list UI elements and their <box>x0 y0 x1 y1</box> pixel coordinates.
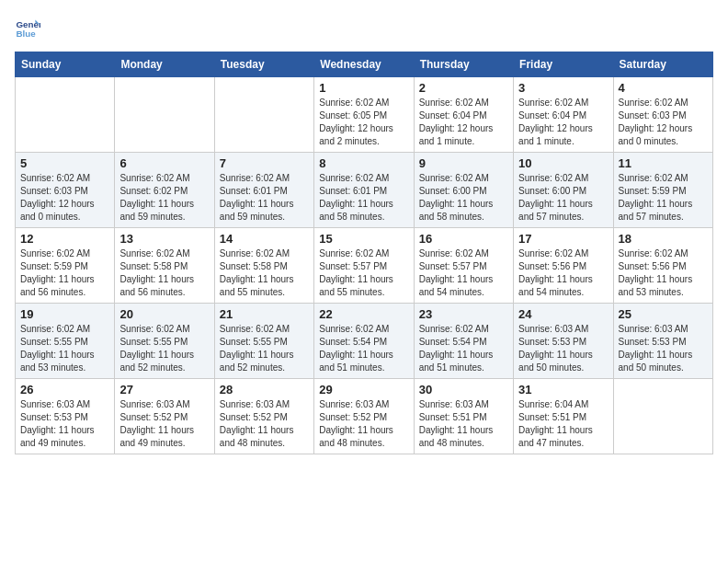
calendar-cell: 13Sunrise: 6:02 AM Sunset: 5:58 PM Dayli… <box>115 228 214 304</box>
calendar-week-row: 5Sunrise: 6:02 AM Sunset: 6:03 PM Daylig… <box>16 153 713 228</box>
calendar-week-row: 12Sunrise: 6:02 AM Sunset: 5:59 PM Dayli… <box>16 228 713 304</box>
weekday-header-monday: Monday <box>115 52 214 77</box>
day-info: Sunrise: 6:02 AM Sunset: 6:03 PM Dayligh… <box>619 97 708 148</box>
day-info: Sunrise: 6:02 AM Sunset: 6:01 PM Dayligh… <box>220 172 309 224</box>
calendar-cell: 30Sunrise: 6:03 AM Sunset: 5:51 PM Dayli… <box>414 379 513 454</box>
calendar-cell: 8Sunrise: 6:02 AM Sunset: 6:01 PM Daylig… <box>314 153 414 228</box>
day-info: Sunrise: 6:02 AM Sunset: 5:55 PM Dayligh… <box>119 323 209 374</box>
calendar-cell: 21Sunrise: 6:02 AM Sunset: 5:55 PM Dayli… <box>214 304 313 379</box>
day-number: 26 <box>20 383 109 396</box>
weekday-header-saturday: Saturday <box>613 52 712 77</box>
day-number: 29 <box>319 383 408 396</box>
calendar-cell: 12Sunrise: 6:02 AM Sunset: 5:59 PM Dayli… <box>16 228 115 304</box>
calendar-cell: 18Sunrise: 6:02 AM Sunset: 5:56 PM Dayli… <box>613 228 712 304</box>
day-number: 11 <box>619 156 708 170</box>
calendar-cell: 14Sunrise: 6:02 AM Sunset: 5:58 PM Dayli… <box>214 228 313 304</box>
day-number: 2 <box>419 81 508 95</box>
calendar-cell: 15Sunrise: 6:02 AM Sunset: 5:57 PM Dayli… <box>314 228 414 304</box>
day-number: 30 <box>419 383 508 396</box>
day-number: 9 <box>419 156 508 170</box>
logo-icon: General Blue <box>15 15 40 40</box>
day-info: Sunrise: 6:03 AM Sunset: 5:53 PM Dayligh… <box>20 398 109 450</box>
calendar-cell: 26Sunrise: 6:03 AM Sunset: 5:53 PM Dayli… <box>16 379 115 454</box>
day-info: Sunrise: 6:02 AM Sunset: 6:04 PM Dayligh… <box>518 97 608 148</box>
calendar-cell: 11Sunrise: 6:02 AM Sunset: 5:59 PM Dayli… <box>613 153 712 228</box>
day-number: 20 <box>119 307 209 321</box>
day-number: 4 <box>619 81 708 95</box>
calendar-cell: 22Sunrise: 6:02 AM Sunset: 5:54 PM Dayli… <box>314 304 414 379</box>
day-number: 13 <box>119 232 209 246</box>
calendar-cell <box>613 379 712 454</box>
calendar-cell: 4Sunrise: 6:02 AM Sunset: 6:03 PM Daylig… <box>613 77 712 153</box>
day-info: Sunrise: 6:02 AM Sunset: 5:56 PM Dayligh… <box>518 247 608 299</box>
day-info: Sunrise: 6:02 AM Sunset: 5:55 PM Dayligh… <box>20 323 109 374</box>
calendar-cell <box>16 77 115 153</box>
calendar-cell: 1Sunrise: 6:02 AM Sunset: 6:05 PM Daylig… <box>314 77 414 153</box>
weekday-header-friday: Friday <box>514 52 613 77</box>
calendar-cell: 2Sunrise: 6:02 AM Sunset: 6:04 PM Daylig… <box>414 77 513 153</box>
day-info: Sunrise: 6:03 AM Sunset: 5:52 PM Dayligh… <box>119 398 209 450</box>
day-number: 31 <box>518 383 608 396</box>
calendar-cell <box>115 77 214 153</box>
day-info: Sunrise: 6:02 AM Sunset: 5:55 PM Dayligh… <box>220 323 309 374</box>
calendar-cell: 24Sunrise: 6:03 AM Sunset: 5:53 PM Dayli… <box>514 304 613 379</box>
day-info: Sunrise: 6:04 AM Sunset: 5:51 PM Dayligh… <box>518 398 608 450</box>
day-number: 28 <box>220 383 309 396</box>
calendar-cell: 9Sunrise: 6:02 AM Sunset: 6:00 PM Daylig… <box>414 153 513 228</box>
calendar-header-row: SundayMondayTuesdayWednesdayThursdayFrid… <box>16 52 713 77</box>
calendar-cell: 7Sunrise: 6:02 AM Sunset: 6:01 PM Daylig… <box>214 153 313 228</box>
weekday-header-sunday: Sunday <box>16 52 115 77</box>
day-info: Sunrise: 6:02 AM Sunset: 6:00 PM Dayligh… <box>419 172 508 224</box>
calendar-cell: 16Sunrise: 6:02 AM Sunset: 5:57 PM Dayli… <box>414 228 513 304</box>
calendar-week-row: 1Sunrise: 6:02 AM Sunset: 6:05 PM Daylig… <box>16 77 713 153</box>
day-number: 12 <box>20 232 109 246</box>
calendar-body: 1Sunrise: 6:02 AM Sunset: 6:05 PM Daylig… <box>16 77 713 454</box>
day-info: Sunrise: 6:02 AM Sunset: 6:01 PM Dayligh… <box>319 172 408 224</box>
day-number: 5 <box>20 156 109 170</box>
calendar-cell: 31Sunrise: 6:04 AM Sunset: 5:51 PM Dayli… <box>514 379 613 454</box>
day-info: Sunrise: 6:02 AM Sunset: 6:05 PM Dayligh… <box>319 97 408 148</box>
day-number: 22 <box>319 307 408 321</box>
day-info: Sunrise: 6:02 AM Sunset: 5:58 PM Dayligh… <box>220 247 309 299</box>
calendar-cell: 23Sunrise: 6:02 AM Sunset: 5:54 PM Dayli… <box>414 304 513 379</box>
day-number: 17 <box>518 232 608 246</box>
day-info: Sunrise: 6:03 AM Sunset: 5:53 PM Dayligh… <box>518 323 608 374</box>
day-info: Sunrise: 6:02 AM Sunset: 5:54 PM Dayligh… <box>319 323 408 374</box>
svg-text:Blue: Blue <box>16 29 36 39</box>
day-number: 3 <box>518 81 608 95</box>
calendar-cell <box>214 77 313 153</box>
day-info: Sunrise: 6:03 AM Sunset: 5:53 PM Dayligh… <box>619 323 708 374</box>
calendar-cell: 29Sunrise: 6:03 AM Sunset: 5:52 PM Dayli… <box>314 379 414 454</box>
calendar-cell: 25Sunrise: 6:03 AM Sunset: 5:53 PM Dayli… <box>613 304 712 379</box>
day-info: Sunrise: 6:03 AM Sunset: 5:52 PM Dayligh… <box>319 398 408 450</box>
day-number: 24 <box>518 307 608 321</box>
day-number: 23 <box>419 307 508 321</box>
calendar-cell: 6Sunrise: 6:02 AM Sunset: 6:02 PM Daylig… <box>115 153 214 228</box>
day-number: 8 <box>319 156 408 170</box>
calendar-table: SundayMondayTuesdayWednesdayThursdayFrid… <box>15 52 713 454</box>
calendar-cell: 10Sunrise: 6:02 AM Sunset: 6:00 PM Dayli… <box>514 153 613 228</box>
day-number: 6 <box>119 156 209 170</box>
day-number: 25 <box>619 307 708 321</box>
day-info: Sunrise: 6:02 AM Sunset: 5:59 PM Dayligh… <box>619 172 708 224</box>
calendar-cell: 17Sunrise: 6:02 AM Sunset: 5:56 PM Dayli… <box>514 228 613 304</box>
day-info: Sunrise: 6:02 AM Sunset: 5:57 PM Dayligh… <box>419 247 508 299</box>
day-info: Sunrise: 6:02 AM Sunset: 6:00 PM Dayligh… <box>518 172 608 224</box>
calendar-week-row: 19Sunrise: 6:02 AM Sunset: 5:55 PM Dayli… <box>16 304 713 379</box>
weekday-header-wednesday: Wednesday <box>314 52 414 77</box>
day-info: Sunrise: 6:02 AM Sunset: 5:57 PM Dayligh… <box>319 247 408 299</box>
weekday-header-tuesday: Tuesday <box>214 52 313 77</box>
calendar-week-row: 26Sunrise: 6:03 AM Sunset: 5:53 PM Dayli… <box>16 379 713 454</box>
calendar-cell: 28Sunrise: 6:03 AM Sunset: 5:52 PM Dayli… <box>214 379 313 454</box>
day-number: 21 <box>220 307 309 321</box>
day-info: Sunrise: 6:02 AM Sunset: 6:04 PM Dayligh… <box>419 97 508 148</box>
day-info: Sunrise: 6:02 AM Sunset: 5:56 PM Dayligh… <box>619 247 708 299</box>
weekday-header-thursday: Thursday <box>414 52 513 77</box>
day-number: 18 <box>619 232 708 246</box>
day-number: 16 <box>419 232 508 246</box>
day-info: Sunrise: 6:02 AM Sunset: 6:02 PM Dayligh… <box>119 172 209 224</box>
day-number: 1 <box>319 81 408 95</box>
day-info: Sunrise: 6:02 AM Sunset: 5:58 PM Dayligh… <box>119 247 209 299</box>
calendar-cell: 27Sunrise: 6:03 AM Sunset: 5:52 PM Dayli… <box>115 379 214 454</box>
calendar-cell: 5Sunrise: 6:02 AM Sunset: 6:03 PM Daylig… <box>16 153 115 228</box>
